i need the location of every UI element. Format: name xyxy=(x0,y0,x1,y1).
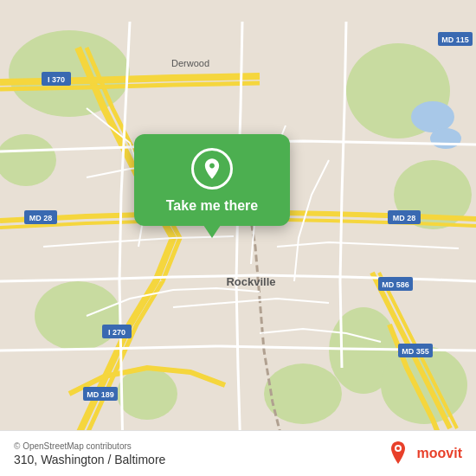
svg-point-31 xyxy=(396,447,400,450)
map-background: I 370 MD 115 MD 28 MD 28 I 270 MD 586 MD… xyxy=(0,0,476,476)
svg-text:Derwood: Derwood xyxy=(171,58,209,68)
svg-text:Rockville: Rockville xyxy=(226,275,275,288)
svg-text:I 370: I 370 xyxy=(48,75,65,84)
svg-text:I 270: I 270 xyxy=(108,328,125,337)
bottom-bar: © OpenStreetMap contributors 310, Washin… xyxy=(0,430,476,476)
svg-text:MD 28: MD 28 xyxy=(393,214,416,222)
moovit-icon xyxy=(384,440,412,467)
moovit-logo[interactable]: moovit xyxy=(384,440,462,467)
svg-point-8 xyxy=(381,346,467,424)
svg-point-6 xyxy=(117,368,177,420)
take-me-there-button[interactable]: Take me there xyxy=(166,198,258,214)
svg-text:MD 355: MD 355 xyxy=(402,347,429,356)
svg-text:MD 115: MD 115 xyxy=(441,35,469,44)
pin-icon-container xyxy=(191,148,233,190)
moovit-name: moovit xyxy=(417,446,462,461)
svg-point-11 xyxy=(430,128,461,149)
svg-point-5 xyxy=(35,281,121,351)
bottom-left: © OpenStreetMap contributors 310, Washin… xyxy=(14,441,165,466)
location-pin-icon xyxy=(200,157,224,181)
svg-point-10 xyxy=(411,101,454,132)
copyright-text: © OpenStreetMap contributors xyxy=(14,441,165,451)
map-container[interactable]: I 370 MD 115 MD 28 MD 28 I 270 MD 586 MD… xyxy=(0,0,476,476)
svg-text:MD 586: MD 586 xyxy=(382,280,409,289)
svg-text:MD 28: MD 28 xyxy=(29,214,53,222)
svg-text:MD 189: MD 189 xyxy=(87,390,114,399)
location-label: 310, Washington / Baltimore xyxy=(14,453,165,466)
popup-card: Take me there xyxy=(134,134,290,226)
